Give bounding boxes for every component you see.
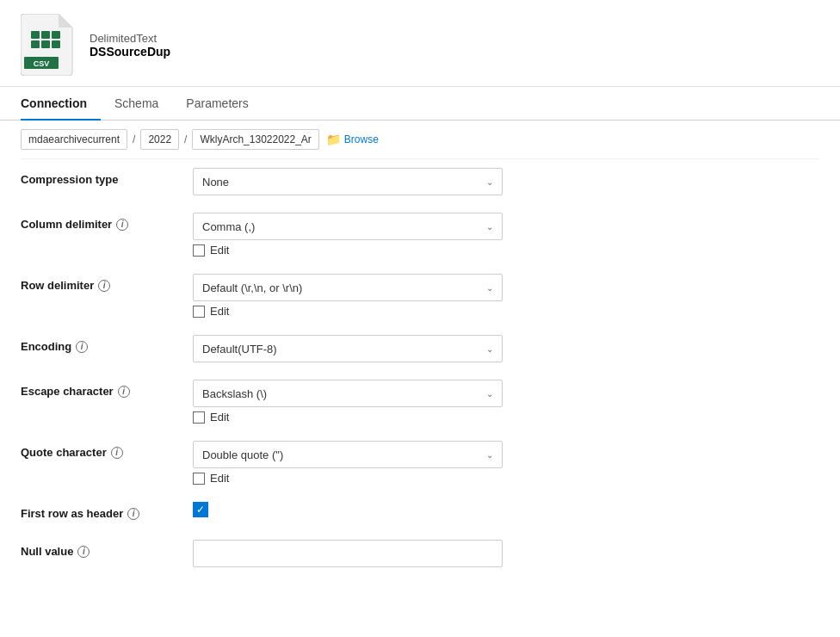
tabs-bar: Connection Schema Parameters xyxy=(0,87,840,121)
compression-chevron-icon: ⌄ xyxy=(486,177,493,187)
quote-character-edit-checkbox[interactable] xyxy=(193,473,205,485)
escape-character-label: Escape character i xyxy=(21,380,193,398)
compression-type-select[interactable]: None ⌄ xyxy=(193,168,503,195)
column-delimiter-edit-row: Edit xyxy=(193,244,503,257)
encoding-chevron-icon: ⌄ xyxy=(486,344,493,354)
compression-type-label: Compression type xyxy=(21,168,193,186)
dataset-type: DelimitedText xyxy=(90,32,170,45)
path-segment-3[interactable]: WklyArch_13022022_Ar xyxy=(192,129,318,150)
quote-character-control: Double quote (") ⌄ Edit xyxy=(193,441,503,485)
escape-character-select[interactable]: Backslash (\) ⌄ xyxy=(193,380,503,407)
tab-parameters[interactable]: Parameters xyxy=(186,88,262,121)
quote-character-select[interactable]: Double quote (") ⌄ xyxy=(193,441,503,468)
browse-button[interactable]: 📁 Browse xyxy=(326,133,379,146)
first-row-header-label: First row as header i xyxy=(21,502,193,520)
svg-rect-1 xyxy=(41,31,50,39)
null-value-row: Null value i xyxy=(21,531,819,576)
row-delimiter-edit-checkbox[interactable] xyxy=(193,306,205,318)
null-value-label: Null value i xyxy=(21,540,193,558)
column-delimiter-info-icon[interactable]: i xyxy=(116,219,128,231)
column-delimiter-row: Column delimiter i Comma (,) ⌄ Edit xyxy=(21,204,819,265)
column-delimiter-edit-checkbox[interactable] xyxy=(193,244,205,257)
quote-character-edit-label: Edit xyxy=(210,472,229,485)
null-value-info-icon[interactable]: i xyxy=(77,546,90,558)
row-delimiter-row: Row delimiter i Default (\r,\n, or \r\n)… xyxy=(21,265,819,326)
column-delimiter-label: Column delimiter i xyxy=(21,213,193,231)
svg-rect-3 xyxy=(31,40,40,48)
encoding-row: Encoding i Default(UTF-8) ⌄ xyxy=(21,326,819,371)
quote-character-label: Quote character i xyxy=(21,441,193,459)
first-row-header-row: First row as header i ✓ xyxy=(21,493,819,531)
quote-character-chevron-icon: ⌄ xyxy=(486,450,493,460)
svg-rect-5 xyxy=(52,40,60,48)
compression-type-row: Compression type None ⌄ xyxy=(21,159,819,204)
row-delimiter-edit-row: Edit xyxy=(193,305,503,318)
first-row-header-checkbox[interactable]: ✓ xyxy=(193,502,208,517)
row-delimiter-chevron-icon: ⌄ xyxy=(486,283,493,293)
first-row-header-info-icon[interactable]: i xyxy=(127,508,139,520)
svg-rect-2 xyxy=(52,31,60,39)
encoding-info-icon[interactable]: i xyxy=(76,341,88,353)
row-delimiter-edit-label: Edit xyxy=(210,305,229,318)
escape-character-row: Escape character i Backslash (\) ⌄ Edit xyxy=(21,371,819,432)
header: CSV DelimitedText DSSourceDup xyxy=(0,0,840,87)
escape-character-control: Backslash (\) ⌄ Edit xyxy=(193,380,503,424)
path-sep-2: / xyxy=(182,133,188,145)
escape-character-edit-checkbox[interactable] xyxy=(193,411,205,424)
quote-character-edit-row: Edit xyxy=(193,472,503,485)
svg-text:CSV: CSV xyxy=(34,59,50,68)
quote-character-info-icon[interactable]: i xyxy=(111,447,123,459)
encoding-label: Encoding i xyxy=(21,335,193,353)
column-delimiter-edit-label: Edit xyxy=(210,244,229,257)
escape-character-edit-row: Edit xyxy=(193,411,503,424)
column-delimiter-select[interactable]: Comma (,) ⌄ xyxy=(193,213,503,240)
path-segment-1[interactable]: mdaearchivecurrent xyxy=(21,129,127,150)
null-value-control xyxy=(193,540,503,567)
column-delimiter-control: Comma (,) ⌄ Edit xyxy=(193,213,503,257)
row-delimiter-label: Row delimiter i xyxy=(21,274,193,292)
row-delimiter-info-icon[interactable]: i xyxy=(98,280,110,292)
path-row: mdaearchivecurrent / 2022 / WklyArch_130… xyxy=(21,121,819,159)
folder-icon: 📁 xyxy=(326,133,341,146)
csv-icon: CSV xyxy=(21,14,76,76)
dataset-name: DSSourceDup xyxy=(90,45,170,59)
escape-character-chevron-icon: ⌄ xyxy=(486,389,493,399)
escape-character-info-icon[interactable]: i xyxy=(118,386,130,398)
quote-character-row: Quote character i Double quote (") ⌄ Edi… xyxy=(21,432,819,493)
header-text: DelimitedText DSSourceDup xyxy=(90,32,170,59)
escape-character-edit-label: Edit xyxy=(210,411,229,424)
row-delimiter-control: Default (\r,\n, or \r\n) ⌄ Edit xyxy=(193,274,503,318)
null-value-input[interactable] xyxy=(193,540,503,567)
svg-rect-4 xyxy=(41,40,50,48)
column-delimiter-chevron-icon: ⌄ xyxy=(486,222,493,232)
encoding-control: Default(UTF-8) ⌄ xyxy=(193,335,503,362)
encoding-select[interactable]: Default(UTF-8) ⌄ xyxy=(193,335,503,362)
row-delimiter-select[interactable]: Default (\r,\n, or \r\n) ⌄ xyxy=(193,274,503,301)
tab-connection[interactable]: Connection xyxy=(21,88,101,121)
form-content: mdaearchivecurrent / 2022 / WklyArch_130… xyxy=(0,121,840,576)
first-row-header-control: ✓ xyxy=(193,502,503,517)
tab-schema[interactable]: Schema xyxy=(114,88,172,121)
path-segment-2[interactable]: 2022 xyxy=(140,129,179,150)
compression-type-control: None ⌄ xyxy=(193,168,503,195)
path-sep-1: / xyxy=(131,133,137,145)
svg-rect-0 xyxy=(31,31,40,39)
